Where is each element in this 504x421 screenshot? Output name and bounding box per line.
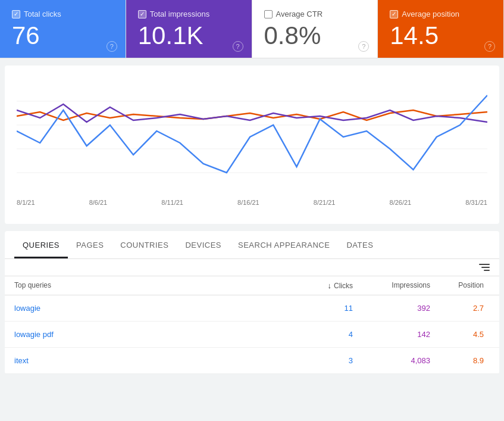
metric-total-impressions: ✓ Total impressions 10.1K ? (126, 0, 252, 58)
table-header: Top queries ↓ Clicks Impressions Positio… (5, 276, 499, 295)
table-row: lowagie pdf 4 142 4.5 (5, 322, 499, 348)
metric-average-ctr: Average CTR 0.8% ? (252, 0, 378, 58)
metric-average-position: ✓ Average position 14.5 ? (378, 0, 504, 58)
row-clicks-1: 4 (281, 330, 353, 339)
metric-label-position: ✓ Average position (390, 10, 492, 18)
metrics-row: ✓ Total clicks 76 ? ✓ Total impressions … (0, 0, 504, 58)
x-label-0: 8/1/21 (17, 199, 35, 206)
tab-pages[interactable]: PAGES (68, 231, 112, 258)
header-impressions[interactable]: Impressions (353, 281, 430, 290)
table-row: itext 3 4,083 8.9 (5, 348, 499, 374)
row-position-0: 2.7 (430, 304, 490, 313)
help-icon-position[interactable]: ? (484, 41, 495, 52)
metric-label-impressions: ✓ Total impressions (138, 10, 240, 18)
row-impressions-1: 142 (353, 330, 430, 339)
chart-svg: 1 (17, 77, 487, 197)
metric-value-ctr: 0.8% (264, 22, 366, 49)
row-position-1: 4.5 (430, 330, 490, 339)
metric-value-clicks: 76 (12, 22, 114, 49)
sort-arrow-icon: ↓ (328, 281, 332, 290)
checkbox-position[interactable]: ✓ (390, 10, 398, 18)
tab-dates[interactable]: DATES (338, 231, 381, 258)
table-section: QUERIES PAGES COUNTRIES DEVICES SEARCH A… (5, 231, 499, 374)
table-row: lowagie 11 392 2.7 (5, 295, 499, 322)
row-clicks-2: 3 (281, 356, 353, 365)
filter-row (5, 259, 499, 276)
help-icon-clicks[interactable]: ? (107, 41, 117, 52)
tab-queries[interactable]: QUERIES (14, 231, 68, 258)
row-clicks-0: 11 (281, 304, 353, 313)
metric-label-text-impressions: Total impressions (150, 10, 209, 18)
row-query-0[interactable]: lowagie (14, 304, 281, 313)
header-position[interactable]: Position (430, 281, 490, 290)
tab-search-appearance[interactable]: SEARCH APPEARANCE (230, 231, 338, 258)
row-impressions-2: 4,083 (353, 356, 430, 365)
tabs-row: QUERIES PAGES COUNTRIES DEVICES SEARCH A… (5, 231, 499, 259)
tab-devices[interactable]: DEVICES (177, 231, 230, 258)
x-label-1: 8/6/21 (89, 199, 108, 206)
metric-label-text-ctr: Average CTR (276, 10, 323, 18)
help-icon-ctr[interactable]: ? (358, 41, 369, 52)
tab-countries[interactable]: COUNTRIES (112, 231, 177, 258)
chart-area: 1 8/1/21 8/6/21 8/11/21 8/16/21 8/21/21 … (5, 66, 499, 224)
x-label-2: 8/11/21 (161, 199, 183, 206)
row-position-2: 8.9 (430, 356, 490, 365)
header-query: Top queries (14, 281, 281, 290)
row-impressions-0: 392 (353, 304, 430, 313)
metric-label-ctr: Average CTR (264, 10, 366, 18)
metric-value-impressions: 10.1K (138, 22, 240, 49)
x-label-3: 8/16/21 (237, 199, 259, 206)
help-icon-impressions[interactable]: ? (233, 41, 243, 52)
chart-x-labels: 8/1/21 8/6/21 8/11/21 8/16/21 8/21/21 8/… (17, 197, 487, 206)
x-label-6: 8/31/21 (465, 199, 487, 206)
metric-label-clicks: ✓ Total clicks (12, 10, 114, 18)
header-clicks[interactable]: ↓ Clicks (281, 281, 353, 290)
metric-label-text-clicks: Total clicks (24, 10, 61, 18)
metric-value-position: 14.5 (390, 22, 492, 49)
x-label-4: 8/21/21 (314, 199, 336, 206)
filter-icon[interactable] (475, 264, 490, 271)
row-query-2[interactable]: itext (14, 356, 281, 365)
metric-total-clicks: ✓ Total clicks 76 ? (0, 0, 126, 58)
metric-label-text-position: Average position (402, 10, 459, 18)
x-label-5: 8/26/21 (390, 199, 412, 206)
checkbox-clicks[interactable]: ✓ (12, 10, 20, 18)
row-query-1[interactable]: lowagie pdf (14, 330, 281, 339)
checkbox-impressions[interactable]: ✓ (138, 10, 146, 18)
checkbox-ctr[interactable] (264, 10, 273, 18)
